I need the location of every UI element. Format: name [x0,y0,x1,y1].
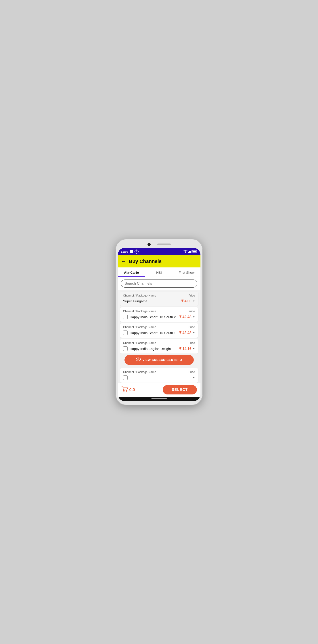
channel-body-1: Super Hungama ₹ 4.00 ▼ [123,299,195,303]
column-label-2: Channel / Package Name [123,310,156,313]
svg-rect-4 [190,251,191,253]
channel-body-4: Happy India English Delight ₹ 14.16 ▼ [123,346,195,351]
price-label-2: Price [188,310,195,313]
channel-name-1: Super Hungama [123,299,147,303]
dropdown-arrow-1[interactable]: ▼ [193,300,195,302]
phone-screen: 11:08 [118,248,200,401]
status-s-icon [135,250,139,254]
channel-card-5: Channel / Package Name Price ▼ [120,368,198,382]
search-bar-wrap [118,277,200,290]
column-label-4: Channel / Package Name [123,341,156,344]
eye-icon [136,358,141,362]
checkbox-5[interactable] [123,376,128,380]
column-label-5: Channel / Package Name [123,370,156,374]
tabs-row: Ala-Carte HSI First Show [118,268,200,277]
channel-card-4: Channel / Package Name Price Happy India… [120,339,198,354]
battery-icon [192,250,197,253]
status-bar: 11:08 [118,248,200,255]
svg-point-11 [138,359,139,360]
channel-left-5 [123,376,128,380]
price-col-1: ₹ 4.00 ▼ [181,299,195,303]
channel-left-4: Happy India English Delight [123,346,171,351]
checkbox-4[interactable] [123,346,128,351]
price-value-2: ₹ 42.48 [179,315,191,319]
price-col-4: ₹ 14.16 ▼ [179,346,195,351]
view-subscribed-label: VIEW SUBSCRIBED INFO [143,358,182,362]
dropdown-arrow-2[interactable]: ▼ [193,316,195,318]
channel-left-2: Happy India Smart HD South 2 [123,314,176,319]
price-label-4: Price [188,341,195,344]
tab-first-show[interactable]: First Show [173,268,200,276]
channel-header-3: Channel / Package Name Price [123,325,195,329]
svg-point-12 [123,390,124,391]
wifi-icon [183,250,188,254]
channel-card-2: Channel / Package Name Price Happy India… [120,307,198,322]
phone-top-decor [118,243,200,246]
cart-icon [121,386,128,393]
channel-header-1: Channel / Package Name Price [123,294,195,297]
price-col-5: ▼ [193,376,195,379]
speaker-grille [157,244,171,245]
svg-rect-7 [193,251,196,252]
view-subscribed-wrap: VIEW SUBSCRIBED INFO [118,353,200,367]
status-right [183,250,197,254]
channel-name-4: Happy India English Delight [130,347,171,350]
svg-rect-5 [191,250,192,253]
svg-rect-2 [188,252,189,253]
channel-body-3: Happy India Smart HD South 1 ₹ 42.48 ▼ [123,330,195,335]
view-subscribed-button[interactable]: VIEW SUBSCRIBED INFO [124,355,194,365]
price-value-3: ₹ 42.48 [179,331,191,335]
select-button[interactable]: SELECT [163,385,197,394]
svg-point-13 [126,390,127,391]
page-title: Buy Channels [129,258,162,264]
column-label-3: Channel / Package Name [123,325,156,329]
dropdown-arrow-4[interactable]: ▼ [193,348,195,350]
channel-card-4-wrap: Channel / Package Name Price Happy India… [118,339,200,367]
channel-header-4: Channel / Package Name Price [123,341,195,344]
svg-rect-3 [189,251,190,253]
bottom-bar: 0.0 SELECT [118,382,200,397]
channel-name-3: Happy India Smart HD South 1 [130,331,176,335]
channel-header-2: Channel / Package Name Price [123,310,195,313]
price-label-1: Price [188,294,195,297]
status-square-icon [130,250,133,253]
channel-card-1: Channel / Package Name Price Super Hunga… [120,292,198,306]
price-label-5: Price [188,370,195,374]
price-col-2: ₹ 42.48 ▼ [179,315,195,319]
nav-home-bar [118,397,200,401]
price-value-4: ₹ 14.16 [179,346,191,351]
channel-left-3: Happy India Smart HD South 1 [123,330,176,335]
column-label-1: Channel / Package Name [123,294,156,297]
app-header: ← Buy Channels [118,255,200,268]
status-time: 11:08 [121,250,128,253]
camera-icon [147,243,151,246]
search-input-box[interactable] [121,280,197,288]
cart-amount: 0.0 [129,388,135,392]
home-indicator [151,398,167,399]
search-input[interactable] [125,282,194,286]
dropdown-arrow-5[interactable]: ▼ [193,376,195,379]
tab-hsi[interactable]: HSI [145,268,173,276]
price-col-3: ₹ 42.48 ▼ [179,331,195,335]
price-label-3: Price [188,325,195,329]
back-button[interactable]: ← [121,258,126,264]
checkbox-3[interactable] [123,330,128,335]
channel-body-5: ▼ [123,376,195,380]
price-value-1: ₹ 4.00 [181,299,192,303]
checkbox-2[interactable] [123,314,128,319]
phone-frame: 11:08 [116,239,203,405]
cart-area: 0.0 [121,386,160,393]
channel-name-2: Happy India Smart HD South 2 [130,315,176,319]
status-left: 11:08 [121,250,139,254]
signal-icon [188,250,192,254]
channel-body-2: Happy India Smart HD South 2 ₹ 42.48 ▼ [123,314,195,319]
channel-card-3: Channel / Package Name Price Happy India… [120,323,198,338]
tab-ala-carte[interactable]: Ala-Carte [118,268,145,276]
dropdown-arrow-3[interactable]: ▼ [193,332,195,334]
channel-header-5: Channel / Package Name Price [123,370,195,374]
svg-rect-8 [197,251,197,252]
